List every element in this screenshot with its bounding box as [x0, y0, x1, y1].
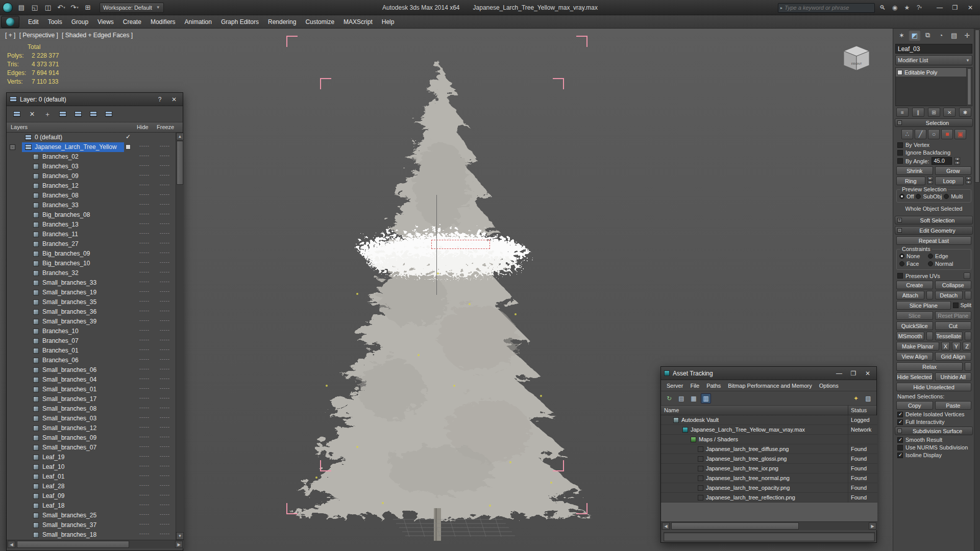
- menu-item[interactable]: Modifiers: [146, 15, 180, 29]
- freeze-toggle[interactable]: -----: [155, 386, 175, 391]
- freeze-toggle[interactable]: -----: [155, 328, 175, 333]
- asset-options-button[interactable]: ▧: [863, 393, 873, 404]
- freeze-toggle[interactable]: -----: [155, 260, 175, 265]
- hide-toggle[interactable]: -----: [134, 143, 155, 148]
- application-button[interactable]: [1, 16, 19, 28]
- modifier-list-dropdown[interactable]: Modifier List ▼: [895, 55, 972, 65]
- hide-toggle[interactable]: -----: [134, 386, 155, 391]
- freeze-toggle[interactable]: -----: [155, 366, 175, 371]
- asset-row[interactable]: Japanese_Larch_Tree_Yellow_max_vray.max …: [661, 425, 877, 435]
- hide-toggle[interactable]: -----: [134, 405, 155, 410]
- viewport-shading-menu[interactable]: [ Shaded + Edged Faces ]: [62, 32, 133, 39]
- highlight-assets-button[interactable]: ✦: [851, 393, 861, 404]
- freeze-toggle[interactable]: -----: [155, 211, 175, 216]
- freeze-toggle[interactable]: -----: [155, 531, 175, 536]
- layer-vertical-scrollbar[interactable]: ▲ ▼: [176, 133, 184, 540]
- tessellate-settings-button[interactable]: [965, 332, 971, 340]
- layer-object-row[interactable]: Branches_10 ----- -----: [7, 327, 184, 336]
- close-button[interactable]: ✕: [963, 2, 978, 13]
- rollout-selection[interactable]: - Selection: [895, 118, 973, 127]
- create-button[interactable]: Create: [896, 281, 933, 289]
- scroll-up-arrow[interactable]: ▲: [176, 133, 184, 140]
- cut-button[interactable]: Cut: [935, 321, 972, 330]
- hide-toggle[interactable]: -----: [134, 318, 155, 323]
- layer-object-row[interactable]: Leaf_19 ----- -----: [7, 453, 184, 462]
- constraint-normal-radio[interactable]: [928, 261, 933, 266]
- angle-spinner[interactable]: ▲▼: [954, 157, 960, 165]
- hide-toggle[interactable]: -----: [134, 357, 155, 362]
- layer-object-row[interactable]: Small_branches_37 ----- -----: [7, 520, 184, 530]
- scroll-left-arrow[interactable]: ◀: [662, 522, 670, 530]
- layer-object-row[interactable]: Branches_27 ----- -----: [7, 239, 184, 249]
- search-button[interactable]: 🔍︎: [878, 3, 887, 12]
- rollout-soft-selection[interactable]: + Soft Selection: [895, 216, 973, 224]
- edge-mode-button[interactable]: ╱: [915, 129, 926, 139]
- view-align-button[interactable]: View Align: [896, 352, 933, 361]
- asset-row[interactable]: Japanese_larch_tree_diffuse.png Found: [661, 444, 877, 454]
- menu-item[interactable]: Graph Editors: [216, 15, 263, 29]
- loop-button[interactable]: Loop: [935, 177, 964, 185]
- freeze-toggle[interactable]: -----: [155, 202, 175, 207]
- loop-spinner[interactable]: ▲▼: [966, 177, 971, 185]
- freeze-toggle[interactable]: -----: [155, 308, 175, 313]
- layer-object-row[interactable]: Branches_03 ----- -----: [7, 162, 184, 171]
- menu-item[interactable]: Tools: [43, 15, 67, 29]
- hide-toggle[interactable]: -----: [134, 279, 155, 284]
- msmooth-settings-button[interactable]: [926, 332, 933, 340]
- scroll-right-arrow[interactable]: ▶: [175, 541, 183, 548]
- hide-toggle[interactable]: -----: [134, 531, 155, 536]
- layer-object-row[interactable]: Small_branches_04 ----- -----: [7, 375, 184, 385]
- relax-settings-button[interactable]: [965, 362, 971, 371]
- hide-toggle[interactable]: -----: [134, 240, 155, 245]
- planar-z-button[interactable]: Z: [963, 342, 971, 350]
- freeze-toggle[interactable]: -----: [155, 492, 175, 497]
- hide-toggle[interactable]: -----: [134, 463, 155, 468]
- layer-object-row[interactable]: Branches_09 ----- -----: [7, 171, 184, 181]
- hide-toggle[interactable]: -----: [134, 512, 155, 517]
- layer-object-row[interactable]: Branches_07 ----- -----: [7, 336, 184, 346]
- layer-object-row[interactable]: Branches_13 ----- -----: [7, 220, 184, 230]
- new-layer-button[interactable]: [11, 108, 23, 120]
- freeze-toggle[interactable]: -----: [155, 163, 175, 168]
- column-hide[interactable]: Hide: [137, 124, 149, 130]
- sign-in-button[interactable]: ◉: [890, 3, 899, 12]
- help-search-box[interactable]: ▸: [778, 3, 875, 13]
- menu-item[interactable]: Animation: [180, 15, 216, 29]
- report-view-button[interactable]: ▤: [676, 393, 687, 404]
- freeze-toggle[interactable]: -----: [155, 192, 175, 197]
- asset-row[interactable]: Japanese_larch_tree_ior.png Found: [661, 464, 877, 473]
- current-layer-check-icon[interactable]: ✓: [126, 133, 131, 140]
- scrollbar-thumb[interactable]: [17, 541, 129, 548]
- layer-object-row[interactable]: Big_branches_09 ----- -----: [7, 249, 184, 259]
- layer-object-row[interactable]: Small_branches_12 ----- -----: [7, 423, 184, 433]
- hide-toggle[interactable]: -----: [134, 250, 155, 255]
- asset-row[interactable]: Maps / Shaders: [661, 435, 877, 444]
- layer-row-selected[interactable]: - Japanese_Larch_Tree_Yellow ----- -----: [7, 142, 184, 152]
- layer-object-row[interactable]: Branches_01 ----- -----: [7, 346, 184, 356]
- asset-path-field[interactable]: [664, 532, 875, 541]
- hide-toggle[interactable]: -----: [134, 192, 155, 197]
- freeze-toggle[interactable]: -----: [155, 221, 175, 226]
- hide-toggle[interactable]: -----: [134, 328, 155, 333]
- layer-object-row[interactable]: Branches_32 ----- -----: [7, 268, 184, 278]
- freeze-toggle[interactable]: -----: [155, 279, 175, 284]
- layer-dialog-titlebar[interactable]: Layer: 0 (default) ? ✕: [7, 93, 183, 106]
- hide-toggle[interactable]: -----: [134, 202, 155, 207]
- refresh-button[interactable]: ↻: [664, 393, 674, 404]
- select-highlighted-objects-button[interactable]: [57, 108, 69, 120]
- constraint-edge-radio[interactable]: [928, 254, 933, 259]
- collapse-expander[interactable]: -: [10, 144, 15, 150]
- layer-object-row[interactable]: Small_branches_25 ----- -----: [7, 511, 184, 520]
- slice-plane-button[interactable]: Slice Plane: [896, 301, 951, 310]
- asset-close-button[interactable]: ✕: [862, 369, 873, 378]
- layer-help-button[interactable]: ?: [154, 95, 165, 104]
- viewport-view-menu[interactable]: [ Perspective ]: [19, 32, 58, 39]
- layer-object-row[interactable]: Leaf_01 ----- -----: [7, 472, 184, 482]
- tab-display[interactable]: ▤: [948, 30, 961, 41]
- hide-toggle[interactable]: -----: [134, 424, 155, 430]
- stack-item-editable-poly[interactable]: Editable Poly: [896, 68, 972, 77]
- hide-toggle[interactable]: -----: [134, 492, 155, 497]
- command-panel-scrollbar[interactable]: [974, 29, 980, 551]
- viewcube[interactable]: FRONT: [837, 43, 876, 73]
- smooth-result-checkbox[interactable]: [897, 437, 903, 443]
